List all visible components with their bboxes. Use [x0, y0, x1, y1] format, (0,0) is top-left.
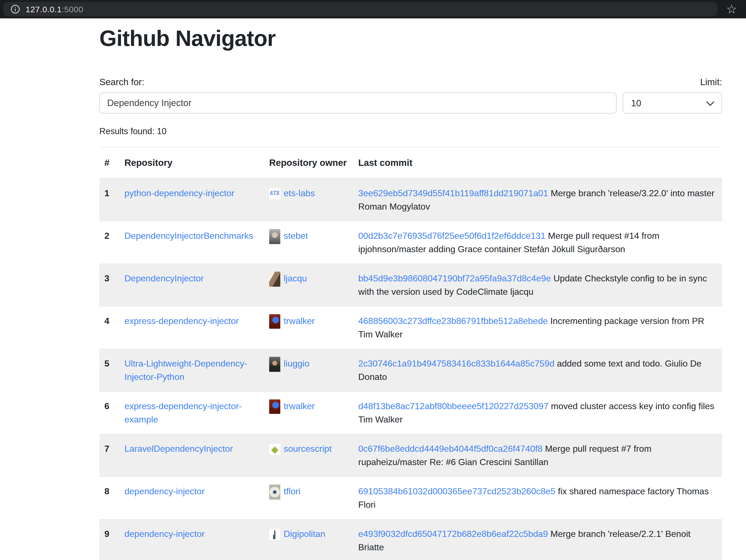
owner-cell: tflori — [269, 476, 358, 519]
owner-cell: sourcescript — [269, 434, 358, 476]
table-row: 8 dependency-injector tflori 69105384b61… — [99, 476, 722, 519]
row-rank: 3 — [99, 264, 124, 306]
table-row: 3 DependencyInjector ljacqu bb45d9e3b986… — [99, 264, 722, 306]
owner-link[interactable]: trwalker — [284, 401, 315, 411]
row-rank: 7 — [99, 434, 124, 476]
repo-link[interactable]: Ultra-Lightweight-Dependency-Injector-Py… — [124, 358, 247, 382]
owner-avatar[interactable] — [269, 484, 280, 500]
owner-link[interactable]: tflori — [284, 486, 300, 496]
header-row: # Repository Repository owner Last commi… — [99, 148, 722, 178]
limit-select-wrap: 10 — [623, 92, 722, 114]
commit-cell: 00d2b3c7e76935d76f25ee50f6d1f2ef6ddce131… — [358, 221, 722, 264]
url-port: :5000 — [62, 5, 84, 14]
page-container: Github Navigator Search for: Limit: 10 R… — [99, 18, 722, 560]
table-row: 7 LaravelDependencyInjector sourcescript… — [99, 434, 722, 476]
page-info-icon[interactable] — [10, 4, 20, 14]
row-rank: 5 — [99, 349, 124, 391]
table-row: 9 dependency-injector Digipolitan e493f9… — [99, 519, 722, 560]
repo-link[interactable]: dependency-injector — [124, 529, 205, 539]
owner-link[interactable]: liuggio — [284, 358, 310, 369]
owner-avatar[interactable] — [269, 444, 280, 455]
results-table-body: 1 python-dependency-injector ets-labs 3e… — [99, 178, 722, 560]
results-count: Results found: 10 — [99, 126, 722, 137]
commit-hash-link[interactable]: 0c67f6be8eddcd4449eb4044f5df0ca26f4740f8 — [358, 444, 543, 454]
col-header-owner: Repository owner — [269, 148, 358, 178]
owner-cell: ljacqu — [269, 264, 358, 306]
owner-avatar[interactable] — [269, 229, 280, 244]
url-text: 127.0.0.1:5000 — [26, 4, 83, 14]
owner-avatar[interactable] — [269, 529, 280, 540]
commit-hash-link[interactable]: 69105384b61032d000365ee737cd2523b260c8e5 — [358, 486, 555, 496]
repo-cell: express-dependency-injector — [124, 306, 269, 349]
browser-toolbar: 127.0.0.1:5000 ☆ — [0, 0, 746, 18]
repo-link[interactable]: LaravelDependencyInjector — [124, 444, 233, 454]
owner-cell: trwalker — [269, 306, 358, 349]
owner-avatar[interactable] — [269, 188, 280, 199]
repo-link[interactable]: dependency-injector — [124, 486, 205, 496]
owner-avatar[interactable] — [269, 314, 280, 329]
search-input[interactable] — [99, 92, 616, 114]
repo-link[interactable]: python-dependency-injector — [124, 188, 234, 198]
limit-select[interactable]: 10 — [623, 92, 722, 114]
owner-avatar[interactable] — [269, 357, 280, 372]
results-table: # Repository Repository owner Last commi… — [99, 148, 722, 560]
table-row: 5 Ultra-Lightweight-Dependency-Injector-… — [99, 349, 722, 391]
repo-link[interactable]: DependencyInjector — [124, 273, 204, 283]
form-controls-row: 10 — [99, 92, 722, 114]
page-title: Github Navigator — [99, 26, 722, 51]
owner-link[interactable]: stebet — [284, 231, 308, 241]
commit-cell: d48f13be8ac712abf80bbeeee5f120227d253097… — [358, 391, 722, 434]
owner-avatar[interactable] — [269, 272, 280, 287]
table-row: 2 DependencyInjectorBenchmarks stebet 00… — [99, 221, 722, 264]
repo-cell: express-dependency-injector-example — [124, 391, 269, 434]
commit-cell: bb45d9e3b98608047190bf72a95fa9a37d8c4e9e… — [358, 264, 722, 306]
table-row: 4 express-dependency-injector trwalker 4… — [99, 306, 722, 349]
owner-cell: liuggio — [269, 349, 358, 391]
commit-hash-link[interactable]: 00d2b3c7e76935d76f25ee50f6d1f2ef6ddce131 — [358, 231, 546, 241]
col-header-commit: Last commit — [358, 148, 722, 178]
row-rank: 1 — [99, 178, 124, 221]
repo-cell: DependencyInjectorBenchmarks — [124, 221, 269, 264]
owner-avatar[interactable] — [269, 400, 280, 414]
col-header-repo: Repository — [124, 148, 269, 178]
repo-cell: Ultra-Lightweight-Dependency-Injector-Py… — [124, 349, 269, 391]
commit-cell: e493f9032dfcd65047172b682e8b6eaf22c5bda9… — [358, 519, 722, 560]
repo-cell: LaravelDependencyInjector — [124, 434, 269, 476]
search-label: Search for: — [99, 77, 144, 87]
commit-hash-link[interactable]: d48f13be8ac712abf80bbeeee5f120227d253097 — [358, 401, 548, 411]
repo-cell: DependencyInjector — [124, 264, 269, 306]
commit-hash-link[interactable]: 468856003c273dffce23b86791fbbe512a8ebede — [358, 316, 548, 326]
repo-link[interactable]: DependencyInjectorBenchmarks — [124, 231, 253, 241]
address-bar[interactable]: 127.0.0.1:5000 — [3, 2, 717, 17]
results-table-head: # Repository Repository owner Last commi… — [99, 148, 722, 178]
row-rank: 8 — [99, 476, 124, 519]
owner-link[interactable]: sourcescript — [284, 444, 332, 454]
form-labels-row: Search for: Limit: — [99, 77, 722, 87]
repo-link[interactable]: express-dependency-injector-example — [124, 401, 242, 424]
commit-cell: 69105384b61032d000365ee737cd2523b260c8e5… — [358, 476, 722, 519]
repo-cell: python-dependency-injector — [124, 178, 269, 221]
owner-link[interactable]: ljacqu — [284, 273, 307, 283]
commit-hash-link[interactable]: bb45d9e3b98608047190bf72a95fa9a37d8c4e9e — [358, 273, 551, 283]
row-rank: 9 — [99, 519, 124, 560]
commit-cell: 0c67f6be8eddcd4449eb4044f5df0ca26f4740f8… — [358, 434, 722, 476]
row-rank: 2 — [99, 221, 124, 264]
limit-label: Limit: — [700, 77, 722, 87]
commit-hash-link[interactable]: 2c30746c1a91b4947583416c833b1644a85c759d — [358, 358, 554, 369]
commit-hash-link[interactable]: 3ee629eb5d7349d55f41b119aff81dd219071a01 — [358, 188, 548, 198]
table-row: 6 express-dependency-injector-example tr… — [99, 391, 722, 434]
commit-cell: 468856003c273dffce23b86791fbbe512a8ebede… — [358, 306, 722, 349]
owner-cell: Digipolitan — [269, 519, 358, 560]
row-rank: 6 — [99, 391, 124, 434]
bookmark-star-icon[interactable]: ☆ — [724, 3, 739, 16]
table-row: 1 python-dependency-injector ets-labs 3e… — [99, 178, 722, 221]
repo-link[interactable]: express-dependency-injector — [124, 316, 239, 326]
owner-link[interactable]: ets-labs — [284, 188, 315, 198]
commit-hash-link[interactable]: e493f9032dfcd65047172b682e8b6eaf22c5bda9 — [358, 529, 548, 539]
repo-cell: dependency-injector — [124, 519, 269, 560]
owner-link[interactable]: Digipolitan — [284, 529, 325, 539]
owner-link[interactable]: trwalker — [284, 316, 315, 326]
owner-cell: trwalker — [269, 391, 358, 434]
repo-cell: dependency-injector — [124, 476, 269, 519]
commit-cell: 3ee629eb5d7349d55f41b119aff81dd219071a01… — [358, 178, 722, 221]
